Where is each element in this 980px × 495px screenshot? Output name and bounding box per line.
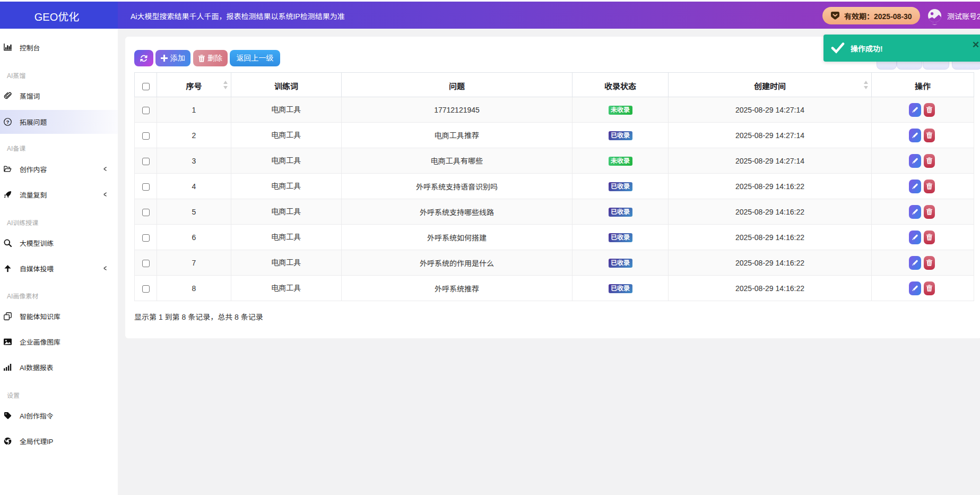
svg-text:?: ? <box>6 120 10 125</box>
